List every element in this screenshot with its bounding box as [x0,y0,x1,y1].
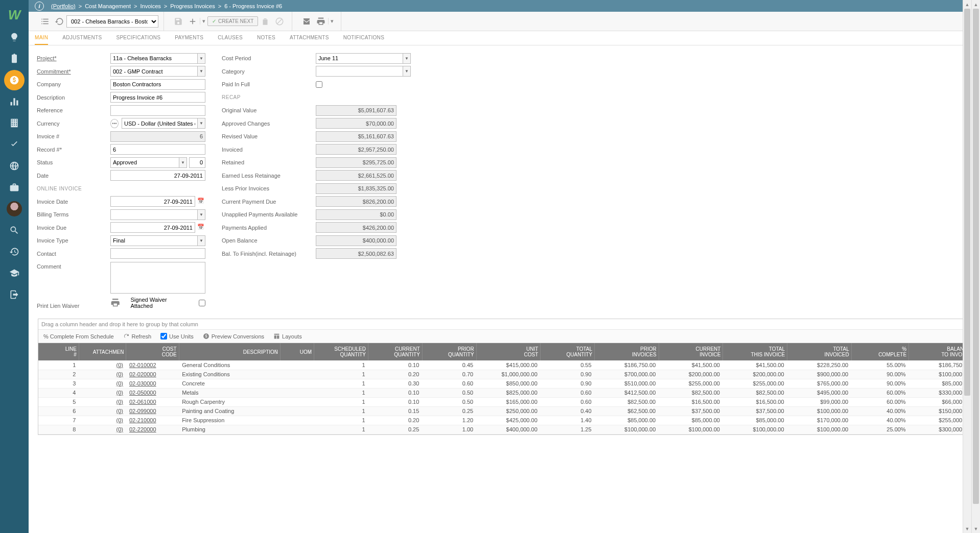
commitment-field[interactable] [110,66,197,77]
col-header[interactable]: TOTALQUANTITY⋮ [541,343,595,360]
tab-notes[interactable]: NOTES [257,31,275,45]
table-row[interactable]: 5(0)02-061000Rough Carpentry10.100.50$16… [38,397,973,406]
col-header[interactable]: ATTACHMEN⋮ [79,343,126,360]
breadcrumb-seg[interactable]: Cost Management [85,3,131,9]
scroll-thumb[interactable] [964,9,970,396]
billing-terms-field[interactable] [110,209,197,220]
table-row[interactable]: 4(0)02-050000Metals10.100.50$825,000.000… [38,388,973,397]
add-dropdown[interactable]: ▾ [200,18,207,25]
col-menu-icon[interactable]: ⋮ [273,349,279,355]
company-field[interactable] [110,79,205,90]
info-icon[interactable]: i [35,2,44,11]
dropdown-icon[interactable]: ▼ [403,66,411,77]
col-header[interactable]: COSTCODE⋮ [126,343,179,360]
dropdown-icon[interactable]: ▼ [197,53,205,64]
status-num-field[interactable] [189,157,205,168]
dropdown-icon[interactable]: ▼ [179,157,187,168]
table-row[interactable]: 8(0)02-220000Plumbing10.251.00$400,000.0… [38,425,973,434]
breadcrumb-seg[interactable]: Progress Invoices [170,3,215,9]
col-menu-icon[interactable]: ⋮ [652,349,658,355]
tab-main[interactable]: MAIN [35,31,48,45]
tab-specifications[interactable]: SPECIFICATIONS [116,31,160,45]
calendar-icon[interactable]: 📅 [197,224,205,232]
category-field[interactable] [316,66,403,77]
col-menu-icon[interactable]: ⋮ [72,349,78,355]
save-icon[interactable] [171,14,185,29]
status-field[interactable] [110,157,179,168]
nav-cost[interactable] [4,70,25,90]
col-menu-icon[interactable]: ⋮ [119,349,125,355]
col-menu-icon[interactable]: ⋮ [588,349,593,355]
nav-clipboard[interactable] [4,49,25,69]
col-header[interactable]: LINE#⋮ [38,343,79,360]
col-menu-icon[interactable]: ⋮ [845,349,850,355]
invoice-type-field[interactable] [110,235,197,246]
contact-field[interactable] [110,248,205,259]
record-no-field[interactable] [110,144,205,155]
invoice-due-field[interactable] [110,222,195,233]
col-menu-icon[interactable]: ⋮ [902,349,907,355]
col-header[interactable]: SCHEDULEDQUANTITY⋮ [314,343,368,360]
print-icon[interactable] [110,298,120,308]
currency-more-icon[interactable]: ••• [110,119,119,128]
history-icon[interactable] [52,14,66,29]
print-dropdown[interactable]: ▾ [328,18,336,25]
dropdown-icon[interactable]: ▼ [197,118,205,129]
tab-adjustments[interactable]: ADJUSTMENTS [62,31,102,45]
date-field[interactable] [110,170,205,181]
col-menu-icon[interactable]: ⋮ [172,349,178,355]
description-field[interactable] [110,92,205,103]
cancel-icon[interactable] [272,14,287,29]
table-row[interactable]: 2(0)02-020000Existing Conditions10.200.7… [38,370,973,379]
dropdown-icon[interactable]: ▼ [197,209,205,220]
col-header[interactable]: PRIORQUANTITY⋮ [422,343,476,360]
scroll-thumb[interactable] [973,9,979,504]
comment-field[interactable] [110,262,205,294]
scroll-down-icon[interactable]: ▼ [972,524,980,533]
window-scrollbar[interactable]: ▲ ▼ [971,0,980,533]
currency-field[interactable] [122,118,197,129]
col-header[interactable]: CURRENTINVOICE⋮ [659,343,723,360]
scroll-up-icon[interactable]: ▲ [963,0,971,9]
reference-field[interactable] [110,105,205,116]
gt-refresh[interactable]: Refresh [123,333,152,340]
breadcrumb-root[interactable]: (Portfolio) [51,3,76,9]
col-header[interactable]: PRIORINVOICES⋮ [595,343,659,360]
gt-preview[interactable]: Preview Conversions [203,333,264,340]
gt-layouts[interactable]: Layouts [273,333,302,340]
group-dropzone[interactable]: Drag a column header and drop it here to… [38,319,973,330]
col-menu-icon[interactable]: ⋮ [415,349,421,355]
col-header[interactable]: UNITCOST⋮ [476,343,541,360]
calendar-icon[interactable]: 📅 [197,198,205,206]
invoice-date-field[interactable] [110,196,195,207]
signed-waiver-checkbox[interactable] [199,300,205,306]
cost-period-field[interactable] [316,53,403,64]
tab-payments[interactable]: PAYMENTS [175,31,203,45]
create-next-button[interactable]: CREATE NEXT [207,16,258,26]
col-header[interactable]: UOM⋮ [281,343,314,360]
dropdown-icon[interactable]: ▼ [197,235,205,246]
nav-building[interactable] [4,113,25,133]
col-header[interactable]: %COMPLETE⋮ [851,343,908,360]
col-header[interactable]: TOTALTHIS INVOICE⋮ [723,343,787,360]
col-menu-icon[interactable]: ⋮ [716,349,721,355]
nav-check[interactable] [4,134,25,155]
col-header[interactable]: TOTALINVOICED⋮ [787,343,852,360]
table-row[interactable]: 3(0)02-030000Concrete10.300.60$850,000.0… [38,379,973,388]
tab-notifications[interactable]: NOTIFICATIONS [343,31,384,45]
table-row[interactable]: 7(0)02-210000Fire Suppression10.201.20$4… [38,416,973,425]
table-row[interactable]: 1(0)02-010002General Conditions10.100.45… [38,360,973,370]
col-header[interactable]: DESCRIPTION⋮ [179,343,280,360]
gt-use-units[interactable]: Use Units [160,333,194,340]
col-header[interactable]: CURRENTQUANTITY⋮ [368,343,423,360]
gt-pct-schedule[interactable]: % Complete From Schedule [43,333,114,340]
col-menu-icon[interactable]: ⋮ [533,349,539,355]
col-menu-icon[interactable]: ⋮ [361,349,367,355]
dropdown-icon[interactable]: ▼ [197,66,205,77]
breadcrumb-seg[interactable]: Invoices [140,3,160,9]
nav-history[interactable] [4,241,25,262]
add-icon[interactable] [185,14,200,29]
email-icon[interactable] [299,14,314,29]
nav-globe[interactable] [4,156,25,176]
project-selector[interactable]: 002 - Chelsea Barracks - Boston Cor [66,15,158,28]
